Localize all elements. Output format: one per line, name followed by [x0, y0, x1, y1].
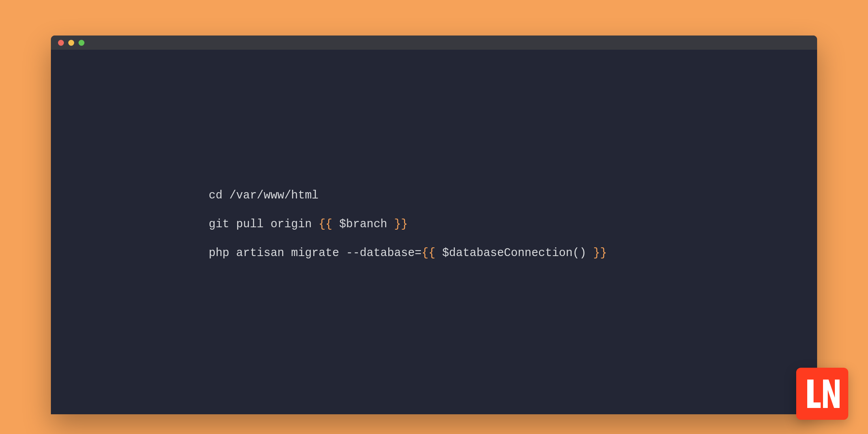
ln-logo-icon — [804, 376, 840, 412]
code-line-1: cd /var/www/html — [209, 188, 817, 203]
template-brace-close: }} — [394, 218, 408, 231]
terminal-body[interactable]: cd /var/www/html git pull origin {{ $bra… — [51, 50, 817, 261]
window-minimize-button[interactable] — [68, 40, 74, 46]
code-text: git pull origin — [209, 218, 318, 231]
template-brace-open: {{ — [318, 218, 332, 231]
titlebar — [51, 36, 817, 50]
code-line-3: php artisan migrate --database={{ $datab… — [209, 245, 817, 261]
terminal-window: cd /var/www/html git pull origin {{ $bra… — [51, 36, 817, 414]
code-text: php artisan migrate --database= — [209, 247, 422, 260]
window-close-button[interactable] — [58, 40, 64, 46]
template-expression: $branch — [332, 218, 394, 231]
window-maximize-button[interactable] — [79, 40, 84, 46]
template-expression: $databaseConnection() — [435, 247, 593, 260]
code-text: cd /var/www/html — [209, 189, 318, 202]
template-brace-open: {{ — [422, 247, 436, 260]
code-line-2: git pull origin {{ $branch }} — [209, 217, 817, 232]
template-brace-close: }} — [593, 247, 607, 260]
brand-logo — [796, 368, 848, 420]
